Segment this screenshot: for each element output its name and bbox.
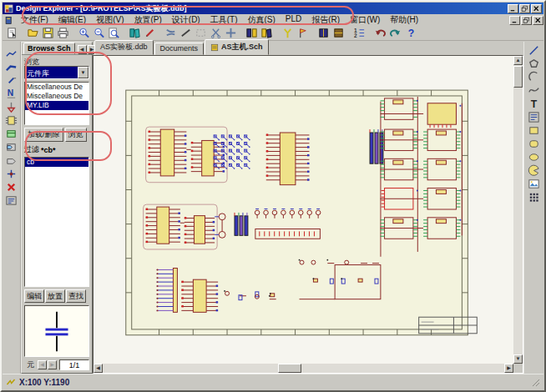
scroll-left-button[interactable]: ◀ xyxy=(94,364,103,373)
book-c-icon[interactable] xyxy=(316,27,331,40)
doc-tab-AS实验板.ddb[interactable]: AS实验板.ddb xyxy=(94,40,154,55)
library-list[interactable]: Miscellaneous DeMiscellaneous DeMY.LIB xyxy=(24,82,89,125)
rect-dashed-icon[interactable] xyxy=(193,27,208,40)
menu-视图V[interactable]: 视图(V) xyxy=(91,13,129,27)
toolbar-separator xyxy=(19,27,25,40)
d-roundrect-icon[interactable] xyxy=(527,137,542,150)
d-rect-icon[interactable] xyxy=(527,123,542,137)
doc-close-button[interactable] xyxy=(533,16,543,25)
next-part-button[interactable]: ▶ xyxy=(48,360,57,369)
scissors-icon[interactable] xyxy=(208,27,223,40)
vertical-scrollbar[interactable]: ▲ ▼ xyxy=(513,56,523,364)
menu-编辑E[interactable]: 编辑(E) xyxy=(53,13,91,27)
close-button[interactable] xyxy=(531,4,542,13)
doc-tab-Documents[interactable]: Documents xyxy=(154,43,205,55)
renumber-icon[interactable]: 12 xyxy=(351,27,367,40)
spline-icon[interactable] xyxy=(527,83,542,97)
scroll-down-button[interactable]: ▼ xyxy=(513,354,523,364)
panel-tab-left-arrow[interactable]: ◀ xyxy=(78,45,87,54)
vscroll-thumb[interactable] xyxy=(513,66,523,88)
d-line-icon[interactable] xyxy=(527,43,542,57)
menu-PLD[interactable]: PLD xyxy=(281,13,306,27)
browse-mode-dropdown[interactable]: 元件库 ▼ xyxy=(24,66,89,79)
zoom-in-icon[interactable] xyxy=(76,27,91,40)
find-component-button[interactable]: 查找 xyxy=(66,289,86,303)
schematic-sheet[interactable] xyxy=(94,56,513,364)
save-icon[interactable] xyxy=(40,27,55,40)
d-array-icon[interactable] xyxy=(527,190,542,204)
line-tool-icon[interactable] xyxy=(178,27,193,40)
cross-move-icon[interactable] xyxy=(223,27,238,40)
scroll-right-button[interactable]: ▶ xyxy=(504,364,513,373)
doc-minimize-button[interactable] xyxy=(509,16,520,25)
pencil-red-icon[interactable] xyxy=(142,27,157,40)
open-icon[interactable] xyxy=(25,27,40,40)
power-port-icon[interactable] xyxy=(4,100,19,113)
d-ellipse-icon[interactable] xyxy=(527,150,542,163)
book-d-icon[interactable] xyxy=(331,27,346,40)
library-list-item[interactable]: Miscellaneous De xyxy=(25,83,88,92)
doc-restore-button[interactable] xyxy=(521,16,532,25)
part-button[interactable]: 元 xyxy=(24,359,37,370)
menu-仿真S[interactable]: 仿真(S) xyxy=(242,13,280,27)
text-frame-wiring-icon[interactable] xyxy=(4,193,19,207)
junction-icon[interactable] xyxy=(4,167,19,180)
browse-library-button[interactable]: 浏览 xyxy=(65,128,87,142)
filter-value[interactable]: *cb* xyxy=(41,146,56,154)
component-list[interactable]: cb xyxy=(24,157,89,287)
books-teal-icon[interactable] xyxy=(127,27,142,40)
d-pie-icon[interactable] xyxy=(527,163,542,177)
restore-button[interactable] xyxy=(519,4,530,13)
undo-icon[interactable] xyxy=(372,27,387,40)
d-graphic-icon[interactable] xyxy=(527,177,542,190)
menu-放置P[interactable]: 放置(P) xyxy=(129,13,166,27)
polygon-icon[interactable] xyxy=(527,57,542,70)
zoom-page-icon[interactable] xyxy=(106,27,121,40)
part-icon[interactable] xyxy=(4,113,19,127)
flag-icon[interactable] xyxy=(295,27,310,40)
doc-tab-AS主机.Sch[interactable]: AS主机.Sch xyxy=(205,39,269,55)
edit-component-button[interactable]: 编辑 xyxy=(24,289,44,303)
tab-browse-sch[interactable]: Browse Sch xyxy=(23,43,75,54)
no-erc-icon[interactable] xyxy=(4,180,19,193)
chevron-down-icon[interactable]: ▼ xyxy=(78,67,88,78)
arc-icon[interactable] xyxy=(527,70,542,83)
menu-工具T[interactable]: 工具(T) xyxy=(205,13,243,27)
hscroll-thumb[interactable] xyxy=(278,364,301,373)
d-text-icon[interactable]: T xyxy=(527,97,542,110)
books-b-icon[interactable] xyxy=(259,27,274,40)
menu-窗口W[interactable]: 窗口(W) xyxy=(345,13,385,27)
net-label-icon[interactable]: N xyxy=(4,87,19,100)
bus-icon[interactable] xyxy=(4,60,19,73)
resize-grip[interactable] xyxy=(530,377,540,387)
minimize-button[interactable] xyxy=(508,4,518,13)
help-icon[interactable]: ? xyxy=(402,27,417,40)
place-component-button[interactable]: 放置 xyxy=(45,289,65,303)
sheet-symbol-icon[interactable] xyxy=(4,127,19,140)
wire-icon[interactable] xyxy=(4,47,19,60)
menu-帮助H[interactable]: 帮助(H) xyxy=(385,13,423,27)
scroll-up-button[interactable]: ▲ xyxy=(513,56,523,65)
sheet-cursor-icon[interactable] xyxy=(4,27,19,40)
horizontal-scrollbar[interactable]: ◀ ▶ xyxy=(94,364,513,373)
menu-报告R[interactable]: 报告(R) xyxy=(306,13,345,27)
sheet-entry-icon[interactable] xyxy=(4,140,19,153)
menu-设计D[interactable]: 设计(D) xyxy=(167,13,205,27)
d-textframe-icon[interactable] xyxy=(527,110,542,123)
component-list-item[interactable]: cb xyxy=(25,158,88,167)
books-a-icon[interactable] xyxy=(244,27,259,40)
schematic-canvas[interactable]: ▲ ▼ ◀ ▶ xyxy=(93,55,523,374)
zoom-out-icon[interactable] xyxy=(91,27,106,40)
document-icon[interactable] xyxy=(4,16,13,25)
prev-part-button[interactable]: ◀ xyxy=(38,360,47,369)
bus-entry-icon[interactable] xyxy=(4,73,19,87)
library-list-item[interactable]: Miscellaneous De xyxy=(25,92,88,101)
port-icon[interactable] xyxy=(4,153,19,167)
library-list-item[interactable]: MY.LIB xyxy=(25,101,88,110)
probe-y-icon[interactable] xyxy=(280,27,295,40)
print-icon[interactable] xyxy=(55,27,70,40)
add-remove-library-button[interactable]: 加载/删除 xyxy=(24,128,63,142)
menu-文件F[interactable]: 文件(F) xyxy=(16,13,53,27)
cutter-icon[interactable] xyxy=(163,27,178,40)
redo-icon[interactable] xyxy=(387,27,402,40)
